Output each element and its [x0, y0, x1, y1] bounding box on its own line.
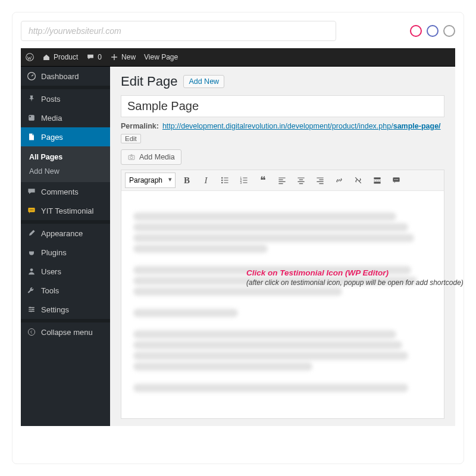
link-icon	[334, 176, 344, 185]
svg-point-22	[394, 179, 396, 180]
edit-permalink-button[interactable]: Edit	[121, 134, 141, 143]
site-name: Product	[54, 53, 78, 61]
align-left-button[interactable]	[274, 173, 290, 188]
svg-rect-19	[374, 177, 380, 179]
window-dots	[410, 25, 455, 37]
testimonial-icon	[392, 176, 401, 185]
camera-icon	[127, 153, 136, 161]
sidebar-item-label: Comments	[41, 187, 79, 196]
add-media-button[interactable]: Add Media	[121, 149, 181, 165]
svg-point-5	[33, 209, 34, 211]
align-left-icon	[277, 176, 287, 185]
dot-close	[410, 25, 422, 37]
svg-rect-20	[374, 181, 380, 183]
wordpress-icon	[26, 53, 34, 61]
sidebar-item-label: Dashboard	[41, 72, 79, 81]
sidebar-item-appearance[interactable]: Appearance	[21, 224, 110, 243]
dot-min	[427, 25, 439, 37]
sidebar-item-yit-testimonial[interactable]: YIT Testimonial	[21, 201, 110, 220]
plug-icon	[27, 248, 36, 257]
wrench-icon	[27, 286, 36, 295]
page-heading: Edit Page	[121, 74, 177, 89]
collapse-menu[interactable]: Collapse menu	[21, 322, 110, 342]
format-select[interactable]: Paragraph	[125, 173, 176, 188]
svg-point-14	[221, 180, 223, 181]
sidebar-item-tools[interactable]: Tools	[21, 281, 110, 300]
ul-icon	[220, 176, 230, 185]
svg-point-12	[130, 156, 133, 159]
svg-point-0	[26, 54, 34, 61]
svg-point-13	[221, 177, 223, 178]
sidebar-item-label: Media	[41, 114, 62, 123]
sidebar-item-label: Posts	[41, 95, 61, 104]
post-title-input[interactable]	[121, 95, 444, 117]
pages-submenu: All Pages Add New	[21, 146, 110, 182]
media-icon	[27, 113, 36, 123]
sidebar-item-label: Plugins	[41, 248, 67, 257]
sidebar-item-label: Pages	[41, 133, 63, 142]
page-icon	[27, 132, 36, 142]
link-button[interactable]	[331, 173, 347, 188]
wp-admin-bar: Product 0 New View Page	[21, 48, 455, 66]
wp-body: Dashboard Posts Media Pages	[21, 66, 455, 426]
svg-text:3: 3	[240, 181, 242, 184]
chat-icon	[27, 206, 36, 215]
admin-sidebar: Dashboard Posts Media Pages	[21, 67, 110, 426]
svg-point-24	[397, 179, 399, 180]
collapse-icon	[27, 327, 36, 337]
sidebar-item-dashboard[interactable]: Dashboard	[21, 67, 110, 86]
gauge-icon	[27, 71, 36, 81]
svg-point-23	[396, 179, 397, 180]
editor-main: Edit Page Add New Permalink: http://deve…	[110, 67, 455, 426]
bold-button[interactable]: B	[179, 173, 195, 188]
add-new-button[interactable]: Add New	[183, 75, 224, 88]
italic-button[interactable]: I	[198, 173, 214, 188]
submenu-all-pages[interactable]: All Pages	[21, 150, 110, 164]
permalink-label: Permalink:	[121, 122, 159, 130]
wp-logo[interactable]	[26, 53, 34, 61]
add-media-label: Add Media	[139, 153, 175, 161]
sidebar-item-settings[interactable]: Settings	[21, 300, 110, 319]
brush-icon	[27, 228, 36, 238]
unlink-button[interactable]	[350, 173, 366, 188]
sidebar-item-label: Tools	[41, 286, 59, 295]
bullet-list-button[interactable]	[217, 173, 233, 188]
align-center-icon	[296, 176, 306, 185]
url-input[interactable]	[21, 21, 336, 41]
testimonial-button[interactable]	[389, 173, 404, 188]
align-right-button[interactable]	[312, 173, 328, 188]
svg-point-9	[30, 311, 32, 312]
sidebar-item-media[interactable]: Media	[21, 108, 110, 127]
permalink-url[interactable]: http://development.digitalrevolution.in/…	[162, 122, 441, 130]
sidebar-item-label: YIT Testimonial	[41, 206, 93, 215]
sidebar-item-plugins[interactable]: Plugins	[21, 243, 110, 262]
comment-icon	[27, 187, 36, 196]
align-center-button[interactable]	[293, 173, 309, 188]
svg-point-8	[32, 309, 33, 310]
submenu-add-new[interactable]: Add New	[21, 164, 110, 178]
editor-content[interactable]: Click on Testimonial Icon (WP Editor) (a…	[121, 190, 444, 419]
user-icon	[27, 267, 36, 276]
sidebar-item-label: Settings	[41, 305, 69, 314]
svg-point-3	[30, 209, 31, 211]
svg-point-4	[31, 209, 32, 211]
sidebar-item-label: Appearance	[41, 229, 83, 238]
comments-link[interactable]: 0	[86, 53, 102, 61]
pin-icon	[27, 94, 36, 104]
svg-point-10	[28, 328, 35, 335]
sidebar-item-label: Users	[41, 267, 61, 276]
sidebar-item-pages[interactable]: Pages	[21, 127, 110, 146]
editor-toolbar: Paragraph B I 123 ❝	[121, 170, 444, 190]
unlink-icon	[353, 176, 363, 185]
sidebar-item-comments[interactable]: Comments	[21, 182, 110, 201]
read-more-button[interactable]	[369, 173, 385, 188]
sidebar-item-posts[interactable]: Posts	[21, 89, 110, 108]
new-label: New	[121, 53, 136, 61]
svg-point-7	[29, 307, 30, 308]
number-list-button[interactable]: 123	[236, 173, 252, 188]
site-name-link[interactable]: Product	[42, 53, 78, 61]
sidebar-item-users[interactable]: Users	[21, 262, 110, 281]
blockquote-button[interactable]: ❝	[255, 173, 271, 188]
new-content-link[interactable]: New	[110, 53, 136, 61]
view-page-link[interactable]: View Page	[144, 53, 178, 61]
